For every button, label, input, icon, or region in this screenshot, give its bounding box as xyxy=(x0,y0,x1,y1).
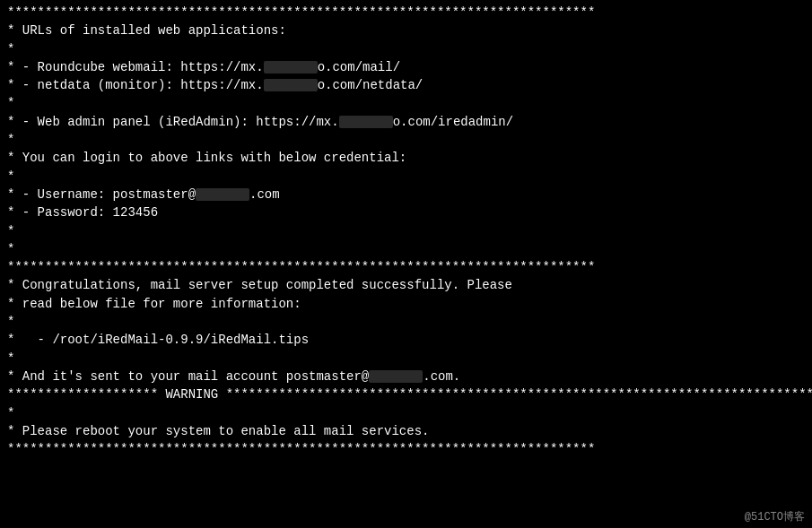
redacted-1: ​​​​​​​​​​​​ xyxy=(264,61,318,74)
redacted-3: ​​​​​​​​​​​​ xyxy=(339,116,393,128)
and-its-sent-line: * And it's sent to your mail account pos… xyxy=(7,368,805,385)
stars-line-1: ****************************************… xyxy=(7,4,805,22)
urls-header-line: * URLs of installed web applications: xyxy=(7,22,805,39)
blank-line-4: * xyxy=(7,168,805,186)
filepath-line: * - /root/iRedMail-0.9.9/iRedMail.tips xyxy=(7,331,805,349)
congrats-line: * Congratulations, mail server setup com… xyxy=(7,276,805,294)
stars-line-2: ****************************************… xyxy=(7,258,805,276)
warning-line: ******************** WARNING ***********… xyxy=(7,385,805,403)
blank-line-1: * xyxy=(7,40,805,58)
terminal-window: ****************************************… xyxy=(0,0,812,528)
blank-line-6: * xyxy=(7,240,805,258)
blank-line-9: * xyxy=(7,404,805,422)
redacted-4: ​​​​​​​​​​​​ xyxy=(196,188,249,201)
blank-line-5: * xyxy=(7,222,805,240)
read-below-line: * read below file for more information: xyxy=(7,295,805,313)
netdata-line: * - netdata (monitor): https://mx.​​​​​​… xyxy=(7,76,805,94)
you-can-login-line: * You can login to above links with belo… xyxy=(7,149,805,167)
blank-line-3: * xyxy=(7,131,805,149)
roundcube-line: * - Roundcube webmail: https://mx.​​​​​​… xyxy=(7,58,805,76)
stars-line-3: ****************************************… xyxy=(7,440,805,458)
password-line: * - Password: 123456 xyxy=(7,203,805,221)
blank-line-8: * xyxy=(7,350,805,368)
redacted-5: ​​​​​​​​​​​​ xyxy=(369,370,423,383)
please-reboot-line: * Please reboot your system to enable al… xyxy=(7,422,805,440)
redacted-2: ​​​​​​​​​​​​ xyxy=(264,79,318,91)
username-line: * - Username: postmaster@​​​​​​​​​​​​.co… xyxy=(7,186,805,203)
watermark: @51CTO博客 xyxy=(745,509,805,524)
blank-line-2: * xyxy=(7,94,805,112)
blank-line-7: * xyxy=(7,313,805,331)
webadmin-line: * - Web admin panel (iRedAdmin): https:/… xyxy=(7,113,805,131)
